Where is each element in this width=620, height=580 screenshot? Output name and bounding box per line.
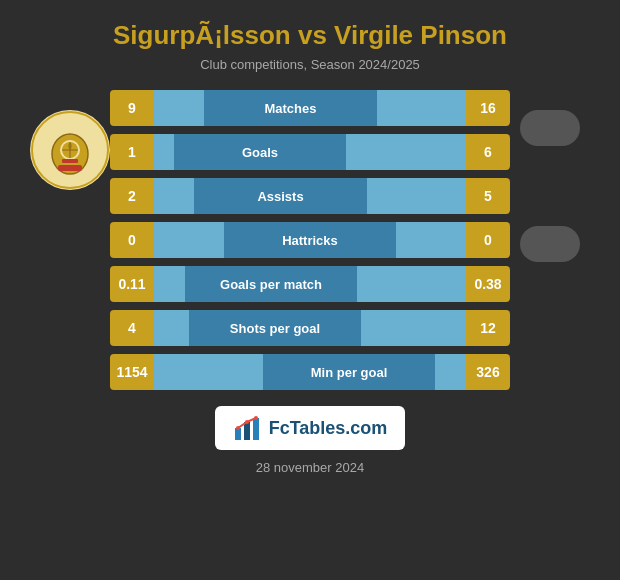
- stat-bar-right: [357, 266, 466, 302]
- stats-area: 9 Matches 16 1 Goals 6 2 Assists 5 0 Hat…: [30, 90, 590, 390]
- svg-point-12: [245, 420, 249, 424]
- stat-row: 0.11 Goals per match 0.38: [110, 266, 510, 302]
- stat-label: Goals: [174, 134, 346, 170]
- stat-bar-right: [346, 134, 466, 170]
- stat-bar-right: [377, 90, 466, 126]
- stat-bar-left: [154, 310, 189, 346]
- stat-label: Shots per goal: [189, 310, 361, 346]
- stat-row: 2 Assists 5: [110, 178, 510, 214]
- stat-row: 1154 Min per goal 326: [110, 354, 510, 390]
- stat-bar-right: [396, 222, 466, 258]
- stat-left-value: 0.11: [110, 266, 154, 302]
- stat-left-value: 1154: [110, 354, 154, 390]
- stat-bar-left: [154, 222, 224, 258]
- page-container: SigurpÃ¡lsson vs Virgile Pinson Club com…: [0, 0, 620, 580]
- stat-right-value: 6: [466, 134, 510, 170]
- stat-bar-right: [361, 310, 466, 346]
- stat-left-value: 0: [110, 222, 154, 258]
- left-team-badge: [30, 110, 110, 190]
- stat-left-value: 4: [110, 310, 154, 346]
- svg-rect-10: [253, 418, 259, 440]
- stat-left-value: 2: [110, 178, 154, 214]
- stat-label: Hattricks: [224, 222, 396, 258]
- svg-rect-6: [58, 165, 82, 171]
- stat-right-value: 5: [466, 178, 510, 214]
- stat-row: 4 Shots per goal 12: [110, 310, 510, 346]
- stat-label: Matches: [204, 90, 377, 126]
- page-subtitle: Club competitions, Season 2024/2025: [200, 57, 420, 72]
- stat-bar-left: [154, 266, 185, 302]
- logo-icon: [233, 414, 261, 442]
- stat-right-value: 0: [466, 222, 510, 258]
- stat-bar-left: [154, 90, 204, 126]
- logo-text: FcTables.com: [269, 418, 388, 439]
- footer-date: 28 november 2024: [256, 460, 364, 475]
- svg-rect-7: [62, 159, 78, 163]
- stat-bar-left: [154, 178, 194, 214]
- stat-row: 0 Hattricks 0: [110, 222, 510, 258]
- stat-left-value: 9: [110, 90, 154, 126]
- svg-rect-9: [244, 422, 250, 440]
- right-bottom-placeholder: [520, 226, 580, 262]
- stat-row: 9 Matches 16: [110, 90, 510, 126]
- stat-label: Goals per match: [185, 266, 357, 302]
- stat-bar-right: [435, 354, 466, 390]
- page-title: SigurpÃ¡lsson vs Virgile Pinson: [113, 20, 507, 51]
- logo-area: FcTables.com: [215, 406, 406, 450]
- stat-right-value: 326: [466, 354, 510, 390]
- left-emblem-area: [30, 90, 110, 190]
- stat-right-value: 12: [466, 310, 510, 346]
- stat-label: Min per goal: [263, 354, 435, 390]
- stat-right-value: 0.38: [466, 266, 510, 302]
- stat-right-value: 16: [466, 90, 510, 126]
- right-emblem-area: [510, 90, 590, 262]
- stats-rows: 9 Matches 16 1 Goals 6 2 Assists 5 0 Hat…: [110, 90, 510, 390]
- svg-point-13: [254, 416, 258, 420]
- logo-box: FcTables.com: [215, 406, 406, 450]
- stat-left-value: 1: [110, 134, 154, 170]
- stat-bar-left: [154, 134, 174, 170]
- stat-row: 1 Goals 6: [110, 134, 510, 170]
- stat-label: Assists: [194, 178, 367, 214]
- svg-point-11: [236, 426, 240, 430]
- right-top-placeholder: [520, 110, 580, 146]
- stat-bar-left: [154, 354, 263, 390]
- stat-bar-right: [367, 178, 466, 214]
